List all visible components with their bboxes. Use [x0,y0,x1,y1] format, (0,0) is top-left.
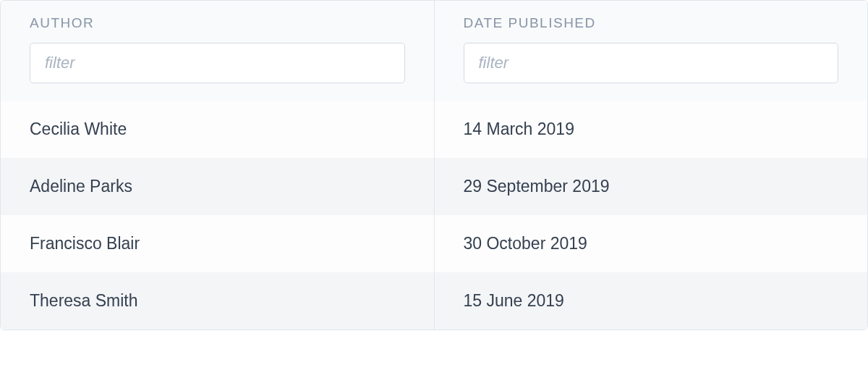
column-label-date-published: DATE PUBLISHED [464,15,839,31]
filter-input-date-published[interactable] [464,43,839,83]
table-row: Cecilia White 14 March 2019 [1,101,867,158]
column-header-author: AUTHOR [1,1,435,101]
column-label-author: AUTHOR [30,15,405,31]
cell-date-published: 29 September 2019 [435,158,868,215]
cell-author: Theresa Smith [1,272,435,330]
cell-date-published: 14 March 2019 [435,101,868,158]
table-row: Theresa Smith 15 June 2019 [1,272,867,330]
column-header-date-published: DATE PUBLISHED [435,1,868,101]
table-row: Adeline Parks 29 September 2019 [1,158,867,215]
cell-author: Adeline Parks [1,158,435,215]
cell-date-published: 15 June 2019 [435,272,868,330]
data-table: AUTHOR DATE PUBLISHED Cecilia White 14 M… [0,0,868,330]
table-row: Francisco Blair 30 October 2019 [1,215,867,272]
filter-input-author[interactable] [30,43,405,83]
cell-author: Cecilia White [1,101,435,158]
cell-date-published: 30 October 2019 [435,215,868,272]
table-header-row: AUTHOR DATE PUBLISHED [1,1,867,101]
cell-author: Francisco Blair [1,215,435,272]
